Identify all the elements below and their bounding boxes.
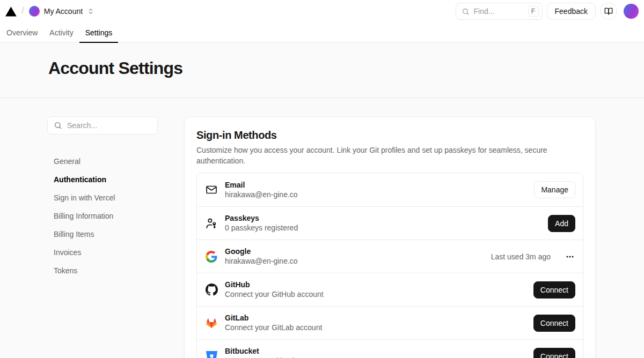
top-nav: / My Account F Feedback bbox=[0, 0, 644, 23]
sidebar-item-billing-items[interactable]: Billing Items bbox=[47, 225, 158, 243]
bitbucket-icon bbox=[204, 350, 218, 358]
method-title: Bitbucket bbox=[225, 347, 331, 356]
method-row-passkeys: Passkeys 0 passkeys registered Add bbox=[197, 206, 583, 240]
section-title: Sign-in Methods bbox=[196, 128, 583, 143]
manage-email-button[interactable]: Manage bbox=[534, 181, 575, 198]
vercel-logo-icon[interactable] bbox=[5, 6, 17, 17]
method-title: Email bbox=[225, 181, 298, 190]
method-text: Email hirakawa@en-gine.co bbox=[225, 181, 298, 199]
sidebar-item-general[interactable]: General bbox=[47, 152, 158, 170]
breadcrumb: / My Account bbox=[5, 6, 94, 17]
settings-sidebar: General Authentication Sign in with Verc… bbox=[47, 116, 158, 280]
method-subtitle: 0 passkeys registered bbox=[225, 223, 298, 233]
method-title: GitLab bbox=[225, 314, 322, 323]
last-used-label: Last used 3m ago bbox=[491, 252, 551, 261]
sidebar-search-input[interactable] bbox=[67, 121, 151, 130]
gitlab-icon bbox=[204, 317, 218, 330]
sidebar-nav: General Authentication Sign in with Verc… bbox=[47, 152, 158, 280]
connect-bitbucket-button[interactable]: Connect bbox=[533, 348, 575, 358]
account-name: My Account bbox=[44, 7, 83, 16]
passkey-icon bbox=[204, 217, 218, 230]
add-passkey-button[interactable]: Add bbox=[548, 215, 575, 232]
tab-activity[interactable]: Activity bbox=[43, 23, 79, 42]
title-band: Account Settings bbox=[0, 43, 644, 98]
method-subtitle: hirakawa@en-gine.co bbox=[225, 257, 298, 266]
book-icon bbox=[604, 7, 613, 16]
account-scope-switcher[interactable]: My Account bbox=[29, 6, 94, 17]
breadcrumb-separator: / bbox=[21, 5, 24, 16]
account-settings-page: / My Account F Feedback bbox=[0, 0, 644, 358]
sidebar-item-sign-in-with-vercel[interactable]: Sign in with Vercel bbox=[47, 189, 158, 207]
connect-gitlab-button[interactable]: Connect bbox=[533, 315, 575, 332]
method-row-bitbucket: Bitbucket Connect your Bitbucket account… bbox=[197, 339, 583, 358]
sidebar-search[interactable] bbox=[47, 116, 158, 135]
method-text: Passkeys 0 passkeys registered bbox=[225, 214, 298, 233]
method-row-google: Google hirakawa@en-gine.co Last used 3m … bbox=[197, 240, 583, 273]
github-icon bbox=[204, 284, 218, 296]
tab-settings[interactable]: Settings bbox=[79, 23, 119, 42]
method-subtitle: Connect your GitLab account bbox=[225, 323, 322, 332]
find-input[interactable] bbox=[474, 7, 524, 16]
sign-in-methods-card: Sign-in Methods Customize how you access… bbox=[184, 116, 596, 358]
section-description: Customize how you access your account. L… bbox=[196, 145, 583, 166]
find-shortcut-badge: F bbox=[528, 6, 539, 17]
tab-overview[interactable]: Overview bbox=[1, 23, 43, 42]
sidebar-item-billing-information[interactable]: Billing Information bbox=[47, 207, 158, 225]
chevron-selector-icon[interactable] bbox=[87, 8, 94, 15]
feedback-button[interactable]: Feedback bbox=[547, 3, 596, 20]
method-text: GitHub Connect your GitHub account bbox=[225, 280, 324, 299]
method-title: Google bbox=[225, 247, 298, 256]
ellipsis-icon bbox=[566, 252, 574, 261]
content-area: General Authentication Sign in with Verc… bbox=[0, 98, 644, 358]
user-avatar[interactable] bbox=[624, 4, 639, 19]
method-text: Bitbucket Connect your Bitbucket account bbox=[225, 347, 331, 358]
method-text: Google hirakawa@en-gine.co bbox=[225, 247, 298, 266]
method-subtitle: Connect your GitHub account bbox=[225, 290, 324, 299]
sidebar-item-invoices[interactable]: Invoices bbox=[47, 243, 158, 262]
google-icon bbox=[204, 251, 218, 263]
connect-github-button[interactable]: Connect bbox=[533, 281, 575, 299]
method-title: GitHub bbox=[225, 280, 324, 289]
sidebar-item-tokens[interactable]: Tokens bbox=[47, 262, 158, 280]
method-title: Passkeys bbox=[225, 214, 298, 223]
tab-bar: Overview Activity Settings bbox=[0, 23, 644, 43]
find-search[interactable]: F bbox=[456, 3, 543, 20]
method-row-email: Email hirakawa@en-gine.co Manage bbox=[197, 173, 583, 206]
method-subtitle: hirakawa@en-gine.co bbox=[225, 190, 298, 199]
google-options-button[interactable] bbox=[565, 250, 575, 263]
sidebar-item-authentication[interactable]: Authentication bbox=[47, 170, 158, 189]
docs-button[interactable] bbox=[600, 3, 617, 20]
email-icon bbox=[204, 183, 218, 196]
top-nav-actions: F Feedback bbox=[456, 3, 639, 20]
search-icon bbox=[54, 121, 62, 130]
account-avatar bbox=[29, 6, 40, 17]
page-title: Account Settings bbox=[48, 58, 644, 78]
search-icon bbox=[462, 8, 470, 16]
method-text: GitLab Connect your GitLab account bbox=[225, 314, 322, 332]
method-list: Email hirakawa@en-gine.co Manage bbox=[196, 173, 583, 358]
method-row-github: GitHub Connect your GitHub account Conne… bbox=[197, 273, 583, 306]
method-row-gitlab: GitLab Connect your GitLab account Conne… bbox=[197, 306, 583, 339]
